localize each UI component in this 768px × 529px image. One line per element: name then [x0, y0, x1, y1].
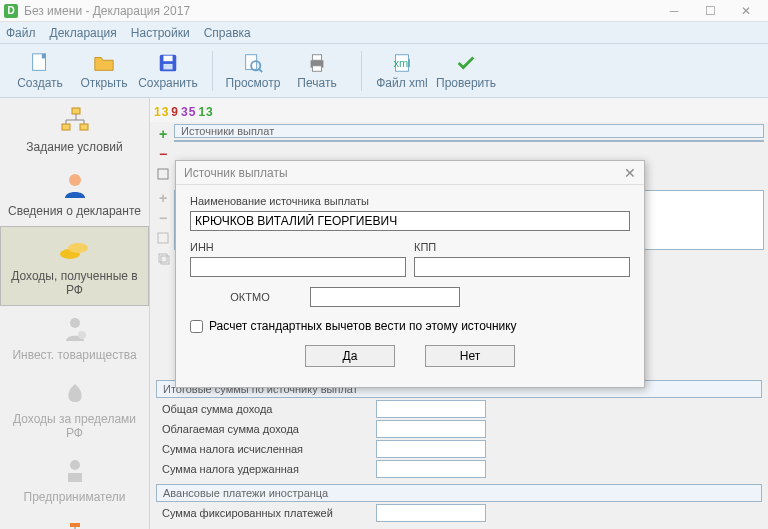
kpp-input[interactable] — [414, 257, 630, 277]
window-title: Без имени - Декларация 2017 — [24, 4, 190, 18]
toolbar: Создать Открыть Сохранить Просмотр Печат… — [0, 44, 768, 98]
svg-rect-1 — [42, 53, 46, 58]
copy-income-button[interactable] — [155, 250, 171, 266]
svg-rect-36 — [159, 254, 167, 262]
svg-rect-26 — [68, 473, 82, 482]
sidebar-item-deductions[interactable]: Вычеты — [0, 512, 149, 529]
coins-icon — [58, 235, 92, 265]
no-button[interactable]: Нет — [425, 345, 515, 367]
svg-text:xml: xml — [393, 56, 410, 68]
taxable-income-label: Облагаемая сумма дохода — [156, 423, 376, 435]
svg-rect-14 — [62, 124, 70, 130]
save-icon — [157, 52, 179, 74]
tree-icon — [58, 106, 92, 136]
file-xml-button[interactable]: xml Файл xml — [372, 52, 432, 90]
xml-file-icon: xml — [391, 52, 413, 74]
remove-source-button[interactable]: − — [155, 146, 171, 162]
add-income-button[interactable]: + — [155, 190, 171, 206]
oktmo-label: ОКТМО — [190, 291, 310, 303]
sidebar-item-conditions[interactable]: Задание условий — [0, 98, 149, 162]
open-button[interactable]: Открыть — [74, 52, 134, 90]
yes-button[interactable]: Да — [305, 345, 395, 367]
preview-icon — [242, 52, 264, 74]
minimize-button[interactable]: ─ — [656, 0, 692, 22]
menubar: Файл Декларация Настройки Справка — [0, 22, 768, 44]
svg-point-20 — [69, 174, 81, 186]
maximize-button[interactable]: ☐ — [692, 0, 728, 22]
briefcase-person-icon — [58, 456, 92, 486]
print-button[interactable]: Печать — [287, 52, 347, 90]
standard-deductions-checkbox[interactable] — [190, 320, 203, 333]
svg-rect-3 — [163, 55, 172, 61]
svg-rect-15 — [80, 124, 88, 130]
tax-rate-tabs[interactable]: 13 9 35 13 — [150, 98, 768, 122]
source-name-label: Наименование источника выплаты — [190, 195, 630, 207]
tax-calculated-label: Сумма налога исчисленная — [156, 443, 376, 455]
check-icon — [455, 52, 477, 74]
titlebar: D Без имени - Декларация 2017 ─ ☐ ✕ — [0, 0, 768, 22]
menu-help[interactable]: Справка — [204, 26, 251, 40]
sidebar-item-entrepreneurs: Предприниматели — [0, 448, 149, 512]
deductions-icon — [58, 520, 92, 529]
money-bag-icon — [58, 378, 92, 408]
sidebar-item-declarant[interactable]: Сведения о декларанте — [0, 162, 149, 226]
svg-rect-37 — [161, 256, 169, 264]
svg-rect-13 — [72, 108, 80, 114]
folder-open-icon — [93, 52, 115, 74]
invest-icon — [58, 314, 92, 344]
menu-file[interactable]: Файл — [6, 26, 36, 40]
print-icon — [306, 52, 328, 74]
svg-line-7 — [259, 68, 263, 72]
svg-point-24 — [78, 331, 86, 339]
total-income-value — [376, 400, 486, 418]
payment-source-dialog: Источник выплаты ✕ Наименование источник… — [175, 160, 645, 388]
edit-source-button[interactable] — [155, 166, 171, 182]
menu-declaration[interactable]: Декларация — [50, 26, 117, 40]
svg-rect-4 — [163, 63, 172, 68]
fixed-payments-value — [376, 504, 486, 522]
standard-deductions-label: Расчет стандартных вычетов вести по этом… — [209, 319, 517, 333]
svg-rect-27 — [70, 523, 80, 527]
sidebar-item-invest: Инвест. товарищества — [0, 306, 149, 370]
svg-rect-9 — [312, 54, 321, 60]
remove-income-button[interactable]: − — [155, 210, 171, 226]
preview-button[interactable]: Просмотр — [223, 52, 283, 90]
inn-input[interactable] — [190, 257, 406, 277]
taxable-income-value — [376, 420, 486, 438]
fixed-payments-label: Сумма фиксированных платежей — [156, 507, 376, 519]
sources-list[interactable] — [174, 140, 764, 142]
dialog-close-icon[interactable]: ✕ — [624, 165, 636, 181]
tax-withheld-label: Сумма налога удержанная — [156, 463, 376, 475]
sources-header: Источники выплат — [174, 124, 764, 138]
sidebar-item-income-rf[interactable]: Доходы, полученные в РФ — [0, 226, 149, 306]
source-name-input[interactable] — [190, 211, 630, 231]
save-button[interactable]: Сохранить — [138, 52, 198, 90]
svg-point-22 — [68, 243, 88, 253]
tax-withheld-value — [376, 460, 486, 478]
close-button[interactable]: ✕ — [728, 0, 764, 22]
sidebar: Задание условий Сведения о декларанте До… — [0, 98, 150, 529]
add-source-button[interactable]: + — [155, 126, 171, 142]
svg-rect-34 — [158, 169, 168, 179]
svg-point-25 — [70, 460, 80, 470]
dialog-title: Источник выплаты — [184, 166, 288, 180]
person-icon — [58, 170, 92, 200]
tax-calculated-value — [376, 440, 486, 458]
app-icon: D — [4, 4, 18, 18]
menu-settings[interactable]: Настройки — [131, 26, 190, 40]
svg-point-23 — [70, 318, 80, 328]
create-button[interactable]: Создать — [10, 52, 70, 90]
check-button[interactable]: Проверить — [436, 52, 496, 90]
oktmo-input[interactable] — [310, 287, 460, 307]
inn-label: ИНН — [190, 241, 406, 253]
advance-header: Авансовые платежи иностранца — [156, 484, 762, 502]
svg-rect-10 — [312, 65, 321, 71]
total-income-label: Общая сумма дохода — [156, 403, 376, 415]
kpp-label: КПП — [414, 241, 630, 253]
sidebar-item-income-abroad: Доходы за пределами РФ — [0, 370, 149, 448]
edit-income-button[interactable] — [155, 230, 171, 246]
new-file-icon — [29, 52, 51, 74]
svg-rect-35 — [158, 233, 168, 243]
